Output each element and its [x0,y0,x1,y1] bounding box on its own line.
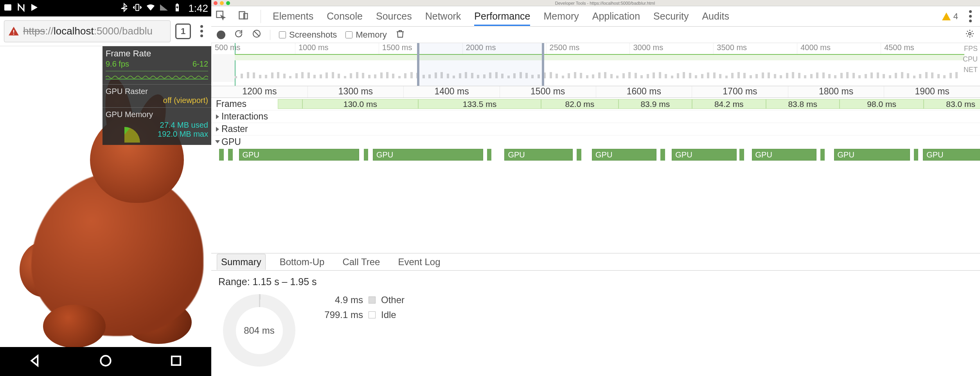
overview-label-cpu: CPU [963,55,978,63]
gpu-track-header[interactable]: GPU [211,136,980,148]
gpu-track[interactable]: GPUGPUGPUGPUGPUGPUGPUGPU [211,148,980,253]
window-titlebar: Developer Tools - https://localhost:5000… [211,0,980,6]
url-text: https://localhost:5000/badblu [23,25,153,37]
screenshots-label: Screenshots [289,30,337,40]
tab-performance[interactable]: Performance [474,7,530,26]
gpu-spike[interactable] [660,149,665,161]
memory-checkbox[interactable]: Memory [345,30,387,40]
svg-point-12 [969,33,971,35]
device-toolbar-icon[interactable] [238,10,249,23]
frame-block[interactable]: 82.0 ms [541,99,618,109]
settings-icon[interactable] [965,29,975,41]
timeline-overview[interactable]: 500 ms1000 ms1500 ms2000 ms2500 ms3000 m… [211,43,980,86]
frame-block[interactable]: 83.9 ms [619,99,692,109]
window-close-button[interactable] [214,1,218,5]
gpu-spike[interactable] [577,149,581,161]
tab-sources[interactable]: Sources [376,7,412,26]
ruler-tick: 1900 ms [884,86,980,98]
gpu-spike[interactable] [219,149,224,161]
vibrate-icon [133,3,142,14]
gpu-block[interactable]: GPU [373,149,483,161]
tab-audits[interactable]: Audits [702,7,729,26]
gpu-spike[interactable] [487,149,492,161]
fps-sparkline [106,71,208,82]
detail-tab-event-log[interactable]: Event Log [394,254,444,270]
trash-icon[interactable] [396,29,405,41]
reload-record-button[interactable] [234,29,243,41]
svg-rect-4 [13,30,14,33]
ruler-tick: 1300 ms [307,86,404,98]
gpu-block[interactable]: GPU [752,149,816,161]
gpu-block[interactable]: GPU [239,149,359,161]
frame-block[interactable]: 83.0 ms [924,99,980,109]
gpu-spike[interactable] [914,149,919,161]
devtools-tab-strip: ElementsConsoleSourcesNetworkPerformance… [211,6,980,27]
gpu-block[interactable]: GPU [672,149,736,161]
warnings-badge[interactable]: 4 [942,11,958,22]
devtools-window: Developer Tools - https://localhost:5000… [211,0,980,376]
tab-console[interactable]: Console [327,7,363,26]
overview-tick: 500 ms [211,43,295,54]
window-zoom-button[interactable] [226,1,230,5]
frame-block[interactable]: 83.8 ms [766,99,840,109]
frame-block[interactable]: 133.5 ms [418,99,541,109]
frames-track[interactable]: Frames 130.0 ms133.5 ms82.0 ms83.9 ms84.… [211,98,980,110]
gpu-spike[interactable] [364,149,369,161]
fps-value: 9.6 fps [106,60,129,69]
window-minimize-button[interactable] [220,1,224,5]
frame-block[interactable]: 84.2 ms [692,99,766,109]
rendering-stats-overlay: Frame Rate 9.6 fps 6-12 GPU Raster off (… [102,46,211,145]
ruler-tick: 1500 ms [500,86,596,98]
timeline-ruler[interactable]: 1200 ms1300 ms1400 ms1500 ms1600 ms1700 … [211,86,980,98]
overview-fps-strip [235,54,964,60]
tab-network[interactable]: Network [425,7,461,26]
inspect-element-icon[interactable] [215,10,226,23]
gpu-spike[interactable] [739,149,744,161]
frame-block[interactable] [278,99,302,109]
tab-security[interactable]: Security [653,7,689,26]
page-viewport[interactable]: Frame Rate 9.6 fps 6-12 GPU Raster off (… [0,46,211,347]
gpu-block[interactable]: GPU [592,149,656,161]
wifi-icon [146,3,155,14]
detail-tab-summary[interactable]: Summary [217,254,266,270]
nav-back-button[interactable] [28,353,43,370]
gpu-spike[interactable] [228,149,233,161]
browser-menu-button[interactable] [196,25,207,37]
bluetooth-icon [119,3,129,14]
clear-button[interactable] [252,29,261,41]
gpu-spike[interactable] [820,149,825,161]
overview-tick: 4500 ms [881,43,964,54]
window-title: Developer Tools - https://localhost:5000… [232,1,978,5]
summary-legend: 4.9 msOther799.1 msIdle [316,295,973,320]
frame-block[interactable]: 98.0 ms [840,99,924,109]
interactions-track[interactable]: Interactions [211,110,980,123]
flame-chart[interactable]: Frames 130.0 ms133.5 ms82.0 ms83.9 ms84.… [211,98,980,253]
overview-tick: 2500 ms [546,43,630,54]
raster-track[interactable]: Raster [211,123,980,136]
devtools-menu-button[interactable] [964,10,976,22]
omnibox[interactable]: https://localhost:5000/badblu [4,20,171,42]
legend-row: 4.9 msOther [316,295,973,306]
nav-home-button[interactable] [98,353,113,370]
nav-recents-button[interactable] [169,353,183,370]
tab-elements[interactable]: Elements [273,7,313,26]
overview-label-fps: FPS [964,45,978,53]
record-button[interactable] [217,31,225,39]
gpu-block[interactable]: GPU [504,149,573,161]
tab-application[interactable]: Application [592,7,640,26]
detail-tab-bottom-up[interactable]: Bottom-Up [276,254,329,270]
overview-selection[interactable] [417,43,544,86]
gpu-block[interactable]: GPU [923,149,980,161]
cell-icon [159,3,169,14]
frame-block[interactable]: 130.0 ms [302,99,418,109]
gpu-memory-label: GPU Memory [106,110,208,119]
battery-charging-icon [173,3,182,14]
summary-pane: Range: 1.15 s – 1.95 s 804 ms 4.9 msOthe… [211,271,980,376]
tab-memory[interactable]: Memory [543,7,579,26]
memory-label: Memory [356,30,387,40]
screenshots-checkbox[interactable]: Screenshots [279,30,337,40]
gpu-block[interactable]: GPU [834,149,910,161]
tab-switcher-button[interactable]: 1 [175,24,191,39]
ruler-tick: 1200 ms [211,86,307,98]
detail-tab-call-tree[interactable]: Call Tree [338,254,384,270]
